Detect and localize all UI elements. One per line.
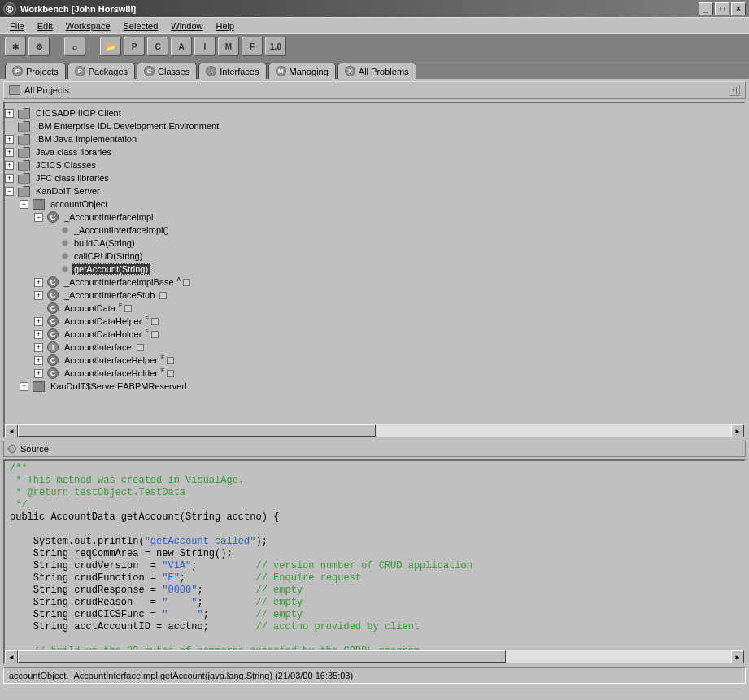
scroll-thumb[interactable] [18,424,376,437]
minimize-button[interactable]: _ [699,2,713,15]
expand-icon[interactable]: + [5,161,14,170]
project-icon [18,147,30,158]
tool-10[interactable]: 1,0 [265,37,286,56]
tool-run[interactable]: ✱ [5,37,26,56]
scroll-left-icon[interactable]: ◄ [5,650,18,663]
class-item[interactable]: +CAccountDataHolderF [5,328,737,341]
collapse-icon[interactable]: − [5,187,14,196]
node-label: IBM Java Implementation [33,133,139,145]
node-label: _AccountInterfaceImpl [62,211,155,223]
node-label: AccountDataHolder [62,328,144,340]
project-item[interactable]: IBM Enterprise IDL Development Environme… [5,120,737,133]
expand-icon[interactable]: + [34,356,43,365]
expand-icon[interactable]: + [34,369,43,378]
expand-icon[interactable]: + [34,278,43,287]
tab-packages[interactable]: PPackages [67,63,135,79]
node-label: callCRUD(String) [72,250,145,262]
toggle-button[interactable]: +| [729,85,740,96]
expand-icon[interactable]: + [34,317,43,326]
tool-p[interactable]: P [124,37,145,56]
scroll-left-icon[interactable]: ◄ [5,424,18,437]
method-item-selected[interactable]: getAccount(String) [5,263,737,276]
source-dot-icon [8,445,16,453]
tab-managing[interactable]: MManaging [268,63,336,79]
scroll-track[interactable] [18,424,731,437]
toolbar: ✱ ⚙ ⌕ 📂 P C A I M F 1,0 [0,33,749,59]
project-item[interactable]: +JFC class libraries [5,172,737,185]
project-item[interactable]: +IBM Java Implementation [5,133,737,146]
expand-icon[interactable]: + [34,343,43,352]
class-item[interactable]: +CAccountInterfaceHelperF [5,354,737,367]
projects-icon [9,85,20,95]
scroll-right-icon[interactable]: ► [731,424,744,437]
badge-text: F [145,315,148,321]
method-item[interactable]: callCRUD(String) [5,250,737,263]
class-item[interactable]: +CAccountInterfaceHolderF [5,367,737,380]
package-item[interactable]: −accountObject [5,198,737,211]
expand-icon[interactable]: + [5,135,14,144]
node-label: getAccount(String) [72,263,150,275]
method-item[interactable]: buildCA(String) [5,237,737,250]
project-item[interactable]: +Java class libraries [5,146,737,159]
expand-icon[interactable]: + [34,291,43,300]
interface-item[interactable]: +IAccountInterface [5,341,737,354]
tab-projects[interactable]: PProjects [5,63,66,79]
node-label: JCICS Classes [33,159,98,171]
tree-panel[interactable]: +CICSADP IIOP Client IBM Enterprise IDL … [3,102,746,438]
tab-label: Projects [26,67,59,76]
expand-icon[interactable]: + [5,174,14,183]
class-item[interactable]: +C_AccountInterfaceImplBaseA [5,276,737,289]
project-item[interactable]: +JCICS Classes [5,159,737,172]
package-icon [33,199,45,210]
close-button[interactable]: × [731,2,746,15]
class-item[interactable]: +CAccountDataHelperF [5,315,737,328]
tool-search[interactable]: ⌕ [64,37,85,56]
class-item[interactable]: +C_AccountInterfaceStub [5,289,737,302]
tool-i[interactable]: I [194,37,216,56]
expand-icon[interactable]: + [20,382,28,391]
scroll-thumb[interactable] [18,650,506,663]
tab-classes[interactable]: CClasses [137,63,197,79]
scroll-track[interactable] [18,650,731,663]
scroll-right-icon[interactable]: ► [731,650,744,663]
collapse-icon[interactable]: − [34,213,43,222]
source-editor[interactable]: /** * This method was created in VisualA… [5,461,744,650]
expand-icon[interactable]: + [5,148,14,157]
menu-edit[interactable]: Edit [31,20,59,33]
package-icon: P [75,66,85,76]
tree-hscrollbar[interactable]: ◄ ► [5,424,744,437]
tool-a[interactable]: A [171,37,192,56]
tool-m[interactable]: M [218,37,239,56]
badge-icon [137,344,144,351]
class-item[interactable]: CAccountDataF [5,302,737,315]
node-label: _AccountInterfaceStub [62,289,157,301]
badge-icon [167,357,174,364]
source-hscrollbar[interactable]: ◄ ► [5,650,744,663]
expand-icon[interactable]: + [34,330,43,339]
tool-open[interactable]: 📂 [100,37,121,56]
menu-file[interactable]: File [3,20,31,33]
expand-icon[interactable]: + [5,109,14,118]
tool-f[interactable]: F [242,37,263,56]
package-item[interactable]: +KanDoIT$ServerEABPMReserved [5,380,737,393]
class-item[interactable]: −C_AccountInterfaceImpl [5,211,737,224]
status-text: accountObject._AccountInterfaceImpl.getA… [9,671,353,680]
menu-selected[interactable]: Selected [117,20,165,33]
menu-window[interactable]: Window [164,20,209,33]
package-icon [33,381,45,392]
project-item[interactable]: −KanDoIT Server [5,185,737,198]
project-item[interactable]: +CICSADP IIOP Client [5,107,737,120]
maximize-button[interactable]: □ [715,2,729,15]
tool-debug[interactable]: ⚙ [28,37,50,56]
menu-help[interactable]: Help [209,20,241,33]
method-item[interactable]: _AccountInterfaceImpl() [5,224,737,237]
collapse-icon[interactable]: − [20,200,28,209]
tab-interfaces[interactable]: IInterfaces [198,63,266,79]
node-label: CICSADP IIOP Client [33,107,124,119]
tool-c[interactable]: C [147,37,168,56]
menu-workspace[interactable]: Workspace [59,20,117,33]
tab-all-problems[interactable]: XAll Problems [337,63,416,79]
tab-label: Managing [290,67,329,76]
tabstrip: PProjects PPackages CClasses IInterfaces… [0,59,749,79]
source-panel: /** * This method was created in VisualA… [3,459,746,664]
